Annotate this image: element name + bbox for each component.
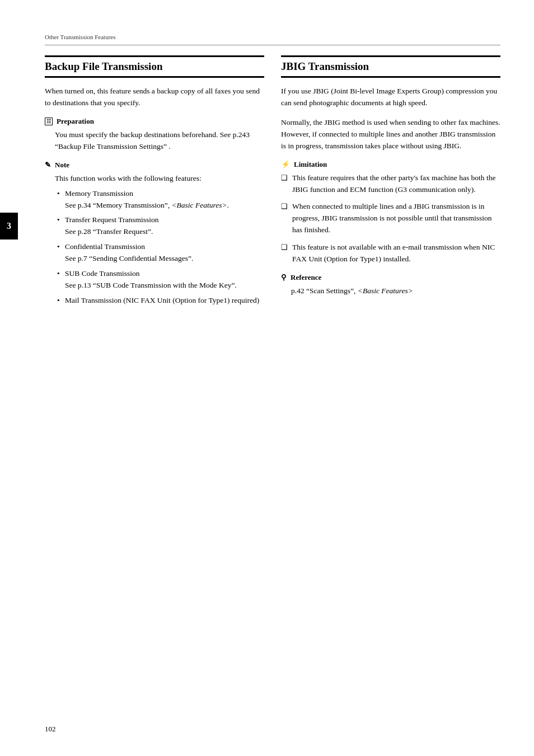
- note-label: ✎ Note: [45, 161, 264, 170]
- reference-section: ⚲ Reference p.42 “Scan Settings”, <Basic…: [281, 273, 500, 297]
- limitation-icon: ⚡: [281, 160, 290, 169]
- list-item: Confidential Transmission See p.7 “Sendi…: [55, 241, 264, 265]
- list-item: This feature is not available with an e-…: [281, 242, 500, 265]
- reference-body: p.42 “Scan Settings”, <Basic Features>: [291, 285, 500, 297]
- note-icon: ✎: [45, 161, 51, 170]
- note-bullet-list: Memory Transmission See p.34 “Memory Tra…: [55, 188, 264, 307]
- reference-icon: ⚲: [281, 273, 287, 282]
- list-item: SUB Code Transmission See p.13 “SUB Code…: [55, 268, 264, 292]
- breadcrumb: Other Transmission Features: [45, 34, 500, 45]
- note-intro: This function works with the following f…: [55, 173, 264, 185]
- right-section-title: JBIG Transmission: [281, 55, 500, 78]
- limitation-list: This feature requires that the other par…: [281, 172, 500, 265]
- left-column: Backup File Transmission When turned on,…: [45, 55, 264, 314]
- page-number: 102: [45, 725, 56, 734]
- right-column: JBIG Transmission If you use JBIG (Joint…: [281, 55, 500, 314]
- preparation-body: You must specify the backup destinations…: [55, 129, 264, 153]
- limitation-label: ⚡ Limitation: [281, 160, 500, 169]
- limitation-section: ⚡ Limitation This feature requires that …: [281, 160, 500, 265]
- chapter-tab: 3: [0, 213, 18, 240]
- right-intro2: Normally, the JBIG method is used when s…: [281, 117, 500, 152]
- list-item: Memory Transmission See p.34 “Memory Tra…: [55, 188, 264, 212]
- list-item: Transfer Request Transmission See p.28 “…: [55, 214, 264, 238]
- right-intro1: If you use JBIG (Joint Bi-level Image Ex…: [281, 86, 500, 109]
- two-column-layout: Backup File Transmission When turned on,…: [45, 55, 500, 314]
- list-item: Mail Transmission (NIC FAX Unit (Option …: [55, 295, 264, 307]
- note-section: ✎ Note This function works with the foll…: [45, 161, 264, 307]
- note-body: This function works with the following f…: [55, 173, 264, 307]
- preparation-label: ☷ Preparation: [45, 117, 264, 126]
- left-intro: When turned on, this feature sends a bac…: [45, 86, 264, 109]
- reference-label: ⚲ Reference: [281, 273, 500, 282]
- preparation-section: ☷ Preparation You must specify the backu…: [45, 117, 264, 153]
- left-section-title: Backup File Transmission: [45, 55, 264, 78]
- list-item: When connected to multiple lines and a J…: [281, 201, 500, 236]
- preparation-icon: ☷: [45, 118, 53, 125]
- page: Other Transmission Features 3 Backup Fil…: [0, 0, 534, 756]
- list-item: This feature requires that the other par…: [281, 172, 500, 196]
